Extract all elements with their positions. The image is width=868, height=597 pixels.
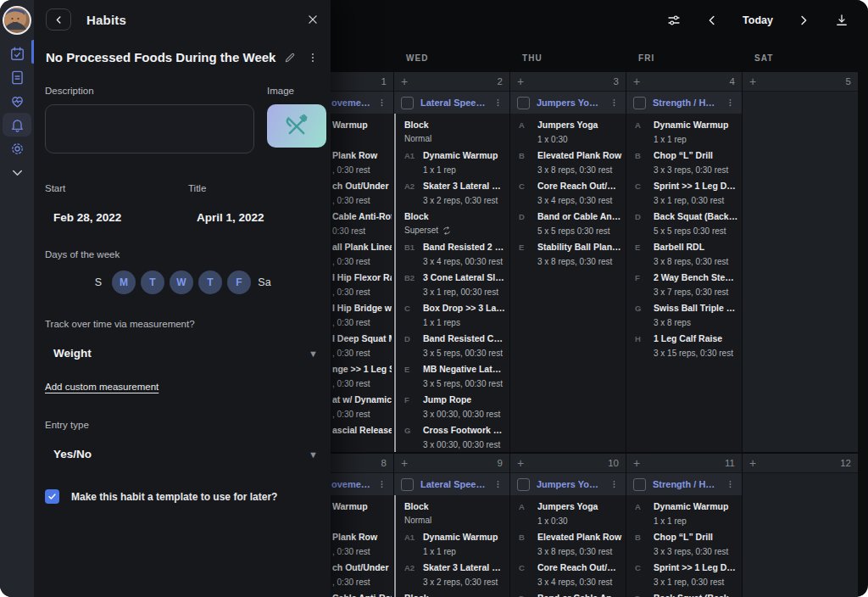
workout-title[interactable]: Strength / Hypertro...: [653, 479, 719, 489]
exercise-row[interactable]: Plank Row, 0:30 rest: [331, 532, 393, 557]
download-icon[interactable]: [834, 13, 849, 28]
workout-menu-button[interactable]: [726, 97, 735, 109]
exercise-row[interactable]: CSprint >> 1 Leg Declarations3 x 1 rep, …: [626, 562, 742, 588]
exercise-row[interactable]: l Deep Squat Mo..., 0:30 rest: [331, 333, 393, 359]
day-toggle-sa[interactable]: Sa: [256, 276, 273, 288]
habit-menu-button[interactable]: [307, 51, 319, 64]
workout-title[interactable]: Lateral Speed / Plyo: [420, 98, 487, 108]
habit-image[interactable]: [267, 104, 326, 148]
exercise-row[interactable]: DBack Squat (Back Off Set)5 x 5 reps 0:3…: [626, 211, 742, 237]
exercise-row[interactable]: Plank Row, 0:30 rest: [331, 150, 393, 176]
filter-sliders-button[interactable]: [666, 13, 682, 28]
exercise-row[interactable]: EMB Negative Lateral Hop...3 x 5 reps, 0…: [396, 364, 509, 389]
workout-checkbox[interactable]: [517, 97, 530, 109]
add-workout-button[interactable]: +: [401, 75, 408, 87]
exercise-row[interactable]: CCore Reach Out/Under3 x 4 reps, 0:30 re…: [510, 562, 626, 588]
exercise-row[interactable]: A2Skater 3 Lateral Hops >> ...3 x 2 reps…: [396, 562, 509, 588]
end-date-field[interactable]: April 1, 2022: [188, 211, 331, 224]
exercise-row[interactable]: BChop “L” Drill3 x 3 reps, 0:30 rest: [626, 532, 742, 557]
exercise-row[interactable]: CSprint >> 1 Leg Declarations3 x 1 rep, …: [626, 181, 742, 206]
workout-title[interactable]: ovement Q...: [331, 479, 370, 489]
exercise-row[interactable]: DBand Resisted Crossover...3 x 5 reps, 0…: [396, 333, 509, 359]
workout-checkbox[interactable]: [401, 97, 414, 109]
workout-title[interactable]: Jumpers Yoga / Core: [537, 479, 603, 489]
exercise-row[interactable]: EBarbell RDL3 x 8 reps, 0:30 rest: [626, 242, 742, 267]
workout-menu-button[interactable]: [493, 97, 503, 109]
workout-title[interactable]: Lateral Speed / Plyo: [420, 479, 487, 489]
exercise-row[interactable]: B1Band Resisted 2 Step Late...3 x 4 reps…: [396, 242, 509, 267]
add-custom-measurement-link[interactable]: Add custom measurement: [45, 382, 159, 392]
workout-menu-button[interactable]: [609, 478, 619, 490]
exercise-row[interactable]: DBand or Cable Anti Rotati...5 x 5 reps …: [510, 211, 626, 237]
add-workout-button[interactable]: +: [401, 457, 408, 469]
exercise-row[interactable]: Cable Anti-Rotati...0:30 rest: [331, 211, 393, 237]
close-icon[interactable]: [307, 14, 319, 25]
exercise-row[interactable]: l Hip Flexor Rais..., 0:30 rest: [331, 272, 393, 298]
prev-week-button[interactable]: [704, 13, 720, 28]
day-toggle-t[interactable]: T: [198, 271, 222, 294]
workout-menu-button[interactable]: [377, 478, 387, 490]
exercise-row[interactable]: at w/ Dynamic P..., 0:30 rest: [331, 394, 393, 420]
exercise-row[interactable]: Cable Anti-Rotati...0:30 rest: [331, 593, 393, 597]
entry-type-select[interactable]: Yes/No ▼: [34, 448, 331, 460]
exercise-row[interactable]: CCore Reach Out/Under3 x 4 reps, 0:30 re…: [510, 181, 626, 206]
workout-menu-button[interactable]: [609, 97, 619, 109]
start-date-field[interactable]: Feb 28, 2022: [45, 211, 188, 224]
measurement-select[interactable]: Weight ▼: [34, 347, 331, 360]
workout-checkbox[interactable]: [401, 478, 414, 491]
exercise-row[interactable]: ADynamic Warmup1 x 1 rep: [626, 120, 742, 145]
exercise-row[interactable]: CBox Drop >> 3 Lateral H...1 x 1 reps: [396, 303, 509, 328]
exercise-row[interactable]: BElevated Plank Row3 x 8 reps, 0:30 rest: [510, 532, 626, 557]
exercise-row[interactable]: AJumpers Yoga1 x 0:30: [510, 120, 626, 145]
exercise-row[interactable]: BChop “L” Drill3 x 3 reps, 0:30 rest: [626, 150, 742, 176]
exercise-row[interactable]: Warmup: [331, 120, 393, 145]
exercise-row[interactable]: ADynamic Warmup1 x 1 rep: [626, 501, 742, 527]
add-workout-button[interactable]: +: [517, 457, 524, 469]
exercise-row[interactable]: GCross Footwork Jump Rope3 x 00:30, 00:3…: [396, 425, 509, 450]
exercise-row[interactable]: EStability Ball Plank Linear ...3 x 8 re…: [510, 242, 626, 267]
exercise-row[interactable]: DBand or Cable Anti Rotati...5 x 5 reps …: [510, 593, 626, 597]
day-toggle-m[interactable]: M: [112, 271, 136, 294]
day-toggle-w[interactable]: W: [170, 271, 193, 294]
workout-title[interactable]: Strength / Hypertro...: [653, 98, 719, 108]
add-workout-button[interactable]: +: [633, 457, 640, 469]
exercise-row[interactable]: B23 Cone Lateral Slide3 x 1 rep, 00:30 r…: [396, 272, 509, 298]
workout-menu-button[interactable]: [493, 478, 503, 490]
exercise-row[interactable]: ascial Release C...: [331, 425, 393, 450]
exercise-row[interactable]: GSwiss Ball Triple Threat3 x 8 reps: [626, 303, 742, 328]
day-toggle-t[interactable]: T: [141, 271, 164, 294]
edit-pencil-icon[interactable]: [284, 52, 296, 64]
workout-menu-button[interactable]: [726, 478, 735, 490]
workout-title[interactable]: ovement Q...: [331, 98, 370, 108]
workout-title[interactable]: Jumpers Yoga / Core: [537, 98, 603, 108]
sidebar-item-health[interactable]: [3, 89, 31, 113]
day-toggle-f[interactable]: F: [227, 271, 251, 294]
exercise-row[interactable]: l Hip Bridge w/ ..., 0:30 rest: [331, 303, 393, 328]
exercise-row[interactable]: nge >> 1 Leg St..., 0:30 rest: [331, 364, 393, 389]
exercise-row[interactable]: ch Out/Under, 0:30 rest: [331, 181, 393, 206]
sidebar-collapse-button[interactable]: [3, 160, 31, 184]
exercise-row[interactable]: A1Dynamic Warmup1 x 1 rep: [396, 150, 509, 176]
exercise-row[interactable]: FJump Rope3 x 00:30, 00:30 rest: [396, 394, 509, 420]
exercise-row[interactable]: ch Out/Under, 0:30 rest: [331, 562, 393, 588]
exercise-row[interactable]: A1Dynamic Warmup1 x 1 rep: [396, 532, 509, 557]
exercise-row[interactable]: Warmup: [331, 501, 393, 527]
today-button[interactable]: Today: [743, 14, 773, 26]
back-button[interactable]: [46, 8, 71, 31]
add-workout-button[interactable]: +: [749, 457, 756, 469]
avatar[interactable]: [3, 6, 31, 35]
exercise-row[interactable]: DBack Squat (Back Off Set)5 x 5 reps 0:3…: [626, 593, 742, 597]
add-workout-button[interactable]: +: [633, 75, 640, 87]
exercise-row[interactable]: AJumpers Yoga1 x 0:30: [510, 501, 626, 527]
next-week-button[interactable]: [796, 13, 811, 28]
exercise-row[interactable]: A2Skater 3 Lateral Hops >> ...3 x 2 reps…: [396, 181, 509, 206]
description-input[interactable]: [45, 104, 254, 153]
exercise-row[interactable]: H1 Leg Calf Raise3 x 15 reps, 0:30 rest: [626, 333, 742, 359]
exercise-row[interactable]: F2 Way Bench Step Up3 x 7 reps, 0:30 res…: [626, 272, 742, 298]
exercise-row[interactable]: all Plank Linear ..., 0:30 rest: [331, 242, 393, 267]
workout-checkbox[interactable]: [633, 97, 646, 109]
workout-checkbox[interactable]: [517, 478, 530, 491]
template-checkbox[interactable]: [45, 489, 59, 504]
sidebar-item-settings[interactable]: [3, 137, 31, 160]
workout-menu-button[interactable]: [377, 97, 387, 109]
